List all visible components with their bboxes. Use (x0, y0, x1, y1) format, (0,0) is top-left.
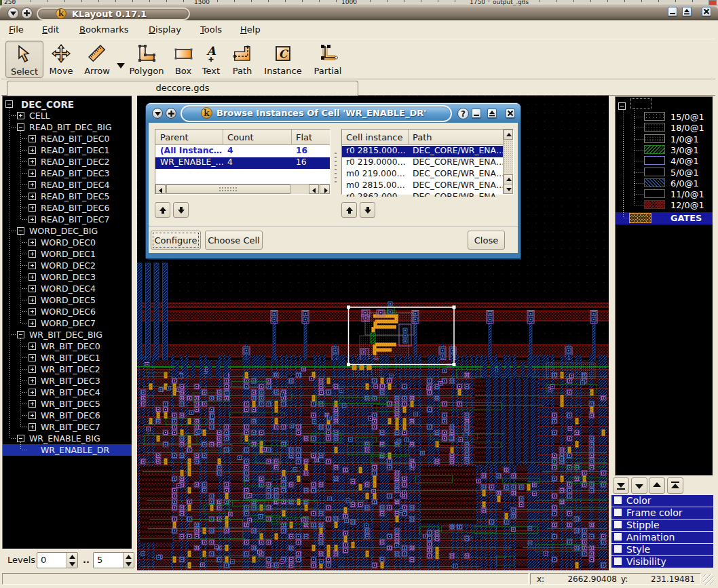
menu-bookmarks[interactable]: Bookmarks (79, 24, 129, 35)
scrollbar-thumb[interactable] (166, 184, 290, 194)
choose-cell-button[interactable]: Choose Cell (205, 231, 263, 250)
checkbox[interactable] (614, 509, 622, 516)
scroll-up-button[interactable] (504, 174, 513, 184)
window-menu-button[interactable] (7, 7, 19, 19)
expand-icon[interactable] (29, 273, 36, 281)
dialog-close-button[interactable] (506, 109, 515, 118)
column-header-parent[interactable]: Parent (160, 132, 189, 142)
layer-swatch[interactable] (644, 123, 665, 132)
layer-swatch[interactable] (644, 168, 665, 176)
layer-swatch[interactable] (644, 200, 665, 209)
close-dialog-button[interactable]: Close (468, 231, 505, 250)
checkbox[interactable] (614, 557, 622, 565)
dialog-maximize-button[interactable] (487, 109, 497, 118)
levels-from-spinbox[interactable]: 0 (37, 552, 78, 568)
tool-polygon-button[interactable]: Polygon (128, 41, 166, 78)
collapse-icon[interactable] (17, 227, 24, 235)
levels-to-spinbox[interactable]: 5 (93, 552, 134, 568)
checkbox[interactable] (614, 496, 622, 504)
expand-icon[interactable] (29, 377, 36, 385)
tool-arrow-button[interactable]: Arrow (78, 41, 116, 78)
menu-help[interactable]: Help (240, 24, 261, 35)
expand-icon[interactable] (29, 181, 36, 189)
expand-icon[interactable] (29, 135, 36, 142)
move-up-button[interactable] (649, 477, 665, 494)
move-down-button[interactable] (631, 477, 647, 494)
column-header-flat[interactable]: Flat (296, 132, 312, 142)
property-row-animation[interactable]: Animation (611, 532, 713, 543)
cell-tree-item-dec_core[interactable]: DEC_CORE (3, 98, 132, 110)
layer-item-gates[interactable]: GATES (616, 212, 713, 224)
expand-icon[interactable] (29, 342, 36, 350)
close-button[interactable] (702, 7, 711, 16)
minimize-button[interactable] (668, 7, 677, 16)
scroll-left-button[interactable] (309, 184, 319, 194)
expand-icon[interactable] (29, 204, 36, 212)
collapse-icon[interactable] (17, 331, 24, 338)
expand-icon[interactable] (29, 170, 36, 177)
instances-table[interactable]: Cell instancePathr0 2815.000…DEC_CORE/WR… (341, 129, 514, 195)
scroll-down-button[interactable] (504, 184, 513, 194)
layer-item-15-0-1[interactable]: 15/0@1 (616, 111, 713, 123)
column-header-count[interactable]: Count (227, 132, 254, 142)
cell-tree-item-read_bit_dec_big[interactable]: READ_BIT_DEC_BIG (3, 121, 132, 133)
collapse-icon[interactable] (17, 123, 24, 131)
parents-table-row[interactable]: (All Instanc…416 (155, 146, 330, 157)
layer-swatch[interactable] (644, 145, 665, 154)
layer-item-4-0-1[interactable]: 4/0@1 (616, 155, 713, 167)
dialog-pin-button[interactable] (166, 108, 176, 119)
tool-instance-button[interactable]: CInstance (264, 41, 302, 78)
expand-icon[interactable] (29, 193, 36, 200)
expand-icon[interactable] (29, 158, 36, 165)
spin-down-button[interactable] (124, 560, 134, 568)
expand-icon[interactable] (29, 389, 36, 396)
scroll-left-button[interactable] (155, 184, 166, 194)
expand-icon[interactable] (17, 112, 24, 119)
layer-item-11-0-1[interactable]: 11/0@1 (616, 189, 713, 200)
arrow-dropdown-button[interactable] (117, 58, 125, 71)
dialog-titlebar[interactable]: k Browse Instances Of Cell 'WR_ENABLE_DR… (146, 103, 521, 123)
expand-icon[interactable] (29, 400, 36, 408)
window-titlebar[interactable]: k KLayout 0.17.1 (0, 5, 718, 20)
layer-item-18-0-1[interactable]: 18/0@1 (616, 122, 713, 134)
column-header-cell-instance[interactable]: Cell instance (346, 132, 403, 142)
tool-partial-button[interactable]: Partial (309, 41, 347, 78)
tab-deccore[interactable]: deccore.gds (7, 81, 358, 96)
layer-swatch[interactable] (644, 134, 665, 143)
column-header-path[interactable]: Path (413, 132, 432, 142)
spin-down-button[interactable] (67, 560, 77, 568)
layer-swatch[interactable] (644, 156, 665, 165)
checkbox[interactable] (614, 521, 622, 528)
instances-table-row[interactable]: m0 2815.00…DEC_CORE/WR_ENA… (342, 180, 513, 192)
tool-path-button[interactable]: Path (223, 41, 261, 78)
tool-move-button[interactable]: Move (42, 41, 80, 78)
expand-icon[interactable] (29, 423, 36, 431)
scrollbar-track[interactable] (504, 140, 513, 174)
spin-up-button[interactable] (124, 553, 134, 560)
expand-icon[interactable] (29, 239, 36, 246)
column-divider[interactable] (291, 130, 292, 145)
menu-edit[interactable]: Edit (42, 24, 59, 35)
instance-next-button[interactable] (360, 202, 375, 218)
vertical-scrollbar[interactable] (503, 130, 513, 194)
layer-item-12-0-1[interactable]: 12/0@1 (616, 199, 713, 211)
property-row-style[interactable]: Style (611, 544, 713, 555)
instances-table-row[interactable]: r0 219.0000…DEC_CORE/WR_ENA… (342, 157, 513, 169)
layer-swatch[interactable] (644, 189, 665, 198)
move-to-bottom-button[interactable] (613, 477, 629, 494)
instances-table-row[interactable]: r0 2815.000…DEC_CORE/WR_ENA… (342, 146, 513, 157)
column-divider[interactable] (408, 130, 409, 145)
layer-item-1-0-1[interactable]: 1/0@1 (616, 134, 713, 145)
layer-swatch[interactable] (629, 213, 651, 223)
layer-item-6-0-1[interactable]: 6/0@1 (616, 178, 713, 189)
instances-table-row[interactable]: r0 2862.000…DEC_CORE/WR_ENA… (342, 192, 513, 197)
instances-table-row[interactable]: m0 219.000…DEC_CORE/WR_ENA… (342, 169, 513, 180)
expand-icon[interactable] (29, 319, 36, 327)
property-row-frame-color[interactable]: Frame color (611, 507, 713, 519)
cell-tree-item-wr_enable_big[interactable]: WR_ENABLE_BIG (3, 433, 132, 444)
menu-file[interactable]: File (9, 24, 24, 35)
expand-icon[interactable] (29, 250, 36, 258)
expand-icon[interactable] (29, 285, 36, 292)
window-pin-button[interactable] (21, 7, 33, 19)
scroll-right-button[interactable] (320, 184, 330, 194)
